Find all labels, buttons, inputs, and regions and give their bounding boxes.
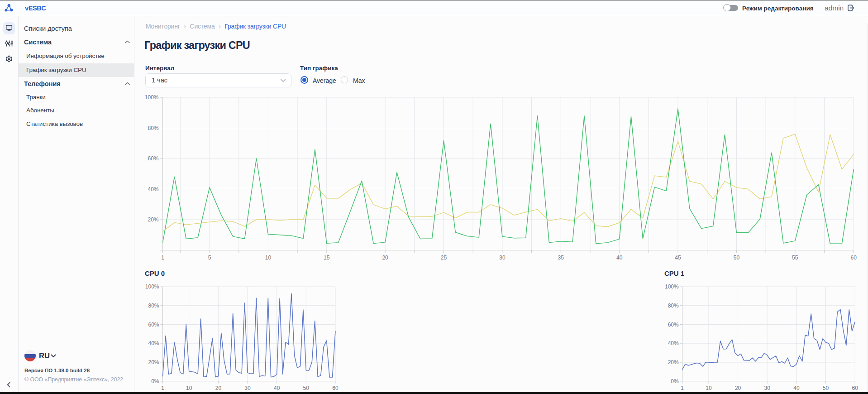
svg-text:80%: 80% bbox=[148, 125, 158, 131]
svg-text:10: 10 bbox=[186, 385, 192, 391]
svg-text:80%: 80% bbox=[148, 303, 159, 309]
svg-text:0%: 0% bbox=[671, 378, 679, 384]
svg-text:100%: 100% bbox=[665, 283, 679, 290]
svg-text:50: 50 bbox=[823, 385, 829, 391]
svg-text:20: 20 bbox=[382, 255, 388, 261]
svg-text:50: 50 bbox=[303, 385, 310, 391]
svg-text:40%: 40% bbox=[148, 186, 158, 192]
svg-text:20%: 20% bbox=[668, 359, 679, 365]
svg-text:30: 30 bbox=[499, 255, 506, 261]
svg-text:10: 10 bbox=[706, 385, 712, 391]
svg-text:20: 20 bbox=[215, 385, 222, 391]
svg-text:40: 40 bbox=[616, 255, 623, 261]
svg-text:30: 30 bbox=[244, 385, 251, 391]
svg-text:40%: 40% bbox=[668, 340, 679, 346]
svg-text:60%: 60% bbox=[668, 322, 679, 328]
svg-text:20%: 20% bbox=[148, 216, 158, 223]
svg-text:60: 60 bbox=[851, 255, 857, 261]
svg-text:60: 60 bbox=[852, 385, 858, 391]
svg-text:10: 10 bbox=[265, 255, 272, 261]
svg-text:30: 30 bbox=[764, 385, 771, 391]
svg-text:55: 55 bbox=[792, 255, 798, 261]
svg-text:40%: 40% bbox=[148, 340, 159, 346]
svg-text:1: 1 bbox=[161, 255, 164, 261]
svg-text:60: 60 bbox=[332, 385, 339, 391]
svg-text:60%: 60% bbox=[148, 155, 158, 162]
svg-text:60%: 60% bbox=[148, 322, 159, 328]
svg-text:5: 5 bbox=[208, 255, 211, 261]
svg-text:0%: 0% bbox=[151, 378, 159, 384]
svg-text:50: 50 bbox=[734, 255, 740, 261]
svg-text:1: 1 bbox=[681, 385, 684, 391]
svg-text:40: 40 bbox=[793, 385, 800, 391]
svg-text:100%: 100% bbox=[145, 283, 159, 290]
svg-text:20: 20 bbox=[735, 385, 741, 391]
svg-text:80%: 80% bbox=[668, 303, 679, 309]
svg-text:45: 45 bbox=[675, 255, 681, 261]
svg-text:40: 40 bbox=[274, 385, 280, 391]
svg-text:25: 25 bbox=[441, 255, 447, 261]
svg-text:35: 35 bbox=[558, 255, 564, 261]
svg-text:15: 15 bbox=[324, 255, 330, 261]
svg-text:100%: 100% bbox=[145, 94, 159, 101]
svg-text:1: 1 bbox=[161, 385, 164, 391]
svg-text:20%: 20% bbox=[148, 359, 159, 365]
